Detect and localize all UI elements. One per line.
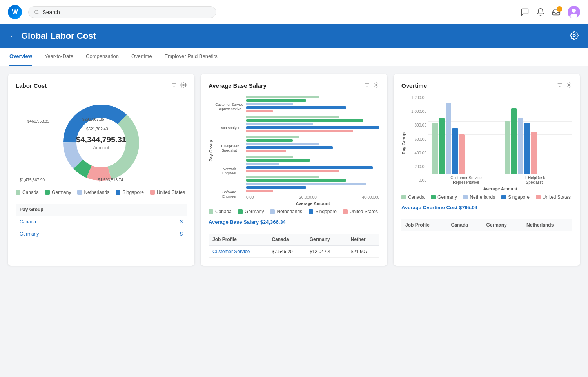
pay-group-canada[interactable]: Canada bbox=[16, 216, 144, 228]
bar-group-se bbox=[246, 176, 379, 192]
back-button[interactable]: ← bbox=[9, 32, 16, 40]
svg-point-18 bbox=[376, 84, 377, 86]
job-profile-header: Job Profile bbox=[209, 234, 268, 246]
job-profile-cs[interactable]: Customer Service bbox=[209, 246, 268, 258]
bar-canada bbox=[246, 176, 319, 178]
main-content: Labor Cost bbox=[0, 66, 588, 274]
bar-group-it bbox=[246, 136, 379, 152]
netherlands-header: Netherlands bbox=[523, 219, 572, 231]
y-tick: 1,000.00 bbox=[408, 109, 426, 114]
y-axis-labels: Customer ServiceRepresentative Data Anal… bbox=[215, 96, 246, 206]
y-label: IT HelpDeskSpecialist bbox=[215, 144, 244, 153]
bar-usa bbox=[459, 134, 465, 174]
overtime-x-labels: Customer ServiceRepresentative IT HelpDe… bbox=[428, 176, 572, 185]
gear-icon[interactable] bbox=[180, 82, 187, 89]
inbox-badge: 3 bbox=[557, 6, 562, 12]
germany-header: Germany bbox=[483, 219, 523, 231]
canada-header: Canada bbox=[268, 234, 305, 246]
bar-netherlands bbox=[246, 163, 279, 165]
bars-area: 0.00 20,000.00 40,000.00 Average Amount bbox=[246, 96, 379, 206]
usa-dot bbox=[150, 190, 155, 195]
bar-netherlands bbox=[246, 143, 319, 145]
bar-singapore bbox=[452, 128, 458, 174]
bar-canada bbox=[246, 136, 299, 138]
overtime-table-container: Job Profile Canada Germany Netherlands bbox=[401, 215, 572, 231]
bar-germany bbox=[246, 179, 346, 182]
bar-usa bbox=[246, 190, 273, 192]
y-label: NetworkEngineer bbox=[215, 167, 244, 176]
y-axis-label: Pay Group bbox=[209, 140, 213, 162]
bar-canada bbox=[246, 156, 293, 158]
bar-netherlands bbox=[446, 103, 451, 174]
bar-group-ne bbox=[246, 156, 379, 172]
grid-line bbox=[428, 96, 572, 96]
germany-amount: $ bbox=[144, 228, 187, 240]
bar-netherlands bbox=[518, 118, 523, 174]
salary-table: Job Profile Canada Germany Nether Custom… bbox=[209, 234, 379, 258]
netherlands-dot bbox=[463, 195, 468, 199]
singapore-dot bbox=[309, 209, 313, 214]
cs-germany: $12,047.41 bbox=[306, 246, 347, 258]
donut-chart: $4,344,795.31 Amount bbox=[16, 96, 187, 190]
bar-canada bbox=[246, 96, 319, 98]
svg-point-0 bbox=[35, 10, 38, 13]
filter-icon[interactable] bbox=[557, 82, 563, 89]
overtime-summary-value: $795.04 bbox=[459, 205, 477, 210]
tab-overview[interactable]: Overview bbox=[9, 48, 32, 66]
svg-point-22 bbox=[568, 84, 570, 86]
tab-year-to-date[interactable]: Year-to-Date bbox=[45, 48, 73, 66]
bar-group-da bbox=[246, 116, 379, 132]
legend-netherlands: Netherlands bbox=[463, 194, 495, 200]
donut-label: Amount bbox=[76, 145, 126, 150]
y-label: Data Analyst bbox=[215, 126, 244, 130]
svg-line-1 bbox=[38, 13, 38, 14]
chat-icon[interactable] bbox=[521, 8, 529, 16]
labor-cost-card-icons bbox=[171, 82, 187, 89]
labor-cost-table: Pay Group Canada $ Germany $ bbox=[16, 204, 187, 240]
filter-icon[interactable] bbox=[364, 82, 370, 89]
top-nav: W 3 bbox=[0, 0, 588, 24]
overtime-bars-area: Customer ServiceRepresentative IT HelpDe… bbox=[428, 96, 572, 191]
y-tick: 0.00 bbox=[408, 178, 426, 183]
tab-employer-paid-benefits[interactable]: Employer Paid Benefits bbox=[165, 48, 218, 66]
search-input[interactable] bbox=[42, 9, 211, 15]
tab-compensation[interactable]: Compensation bbox=[86, 48, 119, 66]
user-avatar[interactable] bbox=[568, 6, 580, 18]
logo: W bbox=[8, 5, 22, 19]
canada-amount: $ bbox=[144, 216, 187, 228]
netherlands-dot bbox=[77, 190, 82, 195]
overtime-y-ticks: 0.00 200.00 400.00 600.00 800.00 1,000.0… bbox=[408, 96, 426, 191]
notification-icon[interactable] bbox=[536, 8, 545, 16]
legend-singapore: Singapore bbox=[116, 190, 144, 195]
nav-right: 3 bbox=[521, 6, 580, 18]
gear-icon[interactable] bbox=[373, 82, 379, 89]
gear-icon[interactable] bbox=[566, 82, 572, 89]
y-label: Customer ServiceRepresentative bbox=[215, 103, 244, 111]
avg-salary-icons bbox=[364, 82, 379, 89]
usa-dot bbox=[343, 209, 348, 214]
settings-icon[interactable] bbox=[570, 31, 579, 41]
inbox-icon[interactable]: 3 bbox=[552, 8, 561, 16]
avg-salary-title: Average Base Salary bbox=[209, 82, 267, 89]
svg-point-5 bbox=[573, 34, 575, 37]
pay-group-germany[interactable]: Germany bbox=[16, 228, 144, 240]
germany-header: Germany bbox=[306, 234, 347, 246]
x-axis-label: Average Amount bbox=[246, 201, 379, 206]
bar-germany bbox=[246, 139, 293, 142]
bar-netherlands bbox=[246, 183, 366, 185]
legend-usa: United States bbox=[150, 190, 185, 195]
svg-point-3 bbox=[572, 9, 576, 13]
overtime-header: Overtime bbox=[401, 82, 572, 89]
bar-germany bbox=[511, 108, 517, 174]
labor-cost-table-container: Pay Group Canada $ Germany $ bbox=[16, 200, 187, 240]
x-axis-ticks: 0.00 20,000.00 40,000.00 bbox=[246, 194, 379, 199]
search-bar[interactable] bbox=[28, 6, 216, 18]
filter-icon[interactable] bbox=[171, 82, 177, 89]
labor-cost-card-header: Labor Cost bbox=[16, 82, 187, 89]
tab-overtime[interactable]: Overtime bbox=[131, 48, 152, 66]
salary-table-container: Job Profile Canada Germany Nether Custom… bbox=[209, 230, 379, 258]
bar-singapore bbox=[524, 123, 530, 174]
labor-cost-legend: Canada Germany Netherlands Singapore Uni… bbox=[16, 190, 187, 195]
table-row: Canada $ bbox=[16, 216, 187, 228]
legend-germany: Germany bbox=[431, 194, 457, 200]
